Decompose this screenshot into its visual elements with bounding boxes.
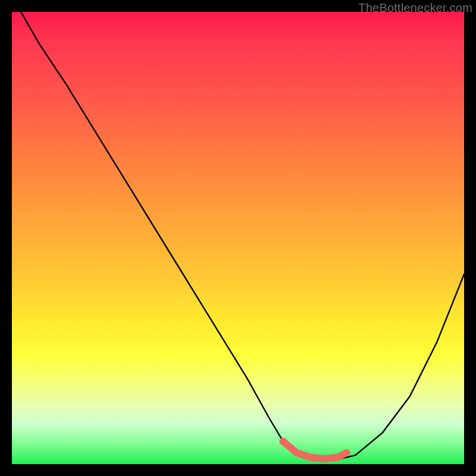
highlight-segment — [283, 441, 346, 459]
plot-background-gradient — [12, 12, 464, 464]
chart-frame: TheBottlenecker.com — [0, 0, 476, 476]
watermark-text: TheBottlenecker.com — [358, 1, 472, 15]
chart-svg — [12, 12, 464, 464]
bottleneck-curve — [21, 12, 464, 459]
